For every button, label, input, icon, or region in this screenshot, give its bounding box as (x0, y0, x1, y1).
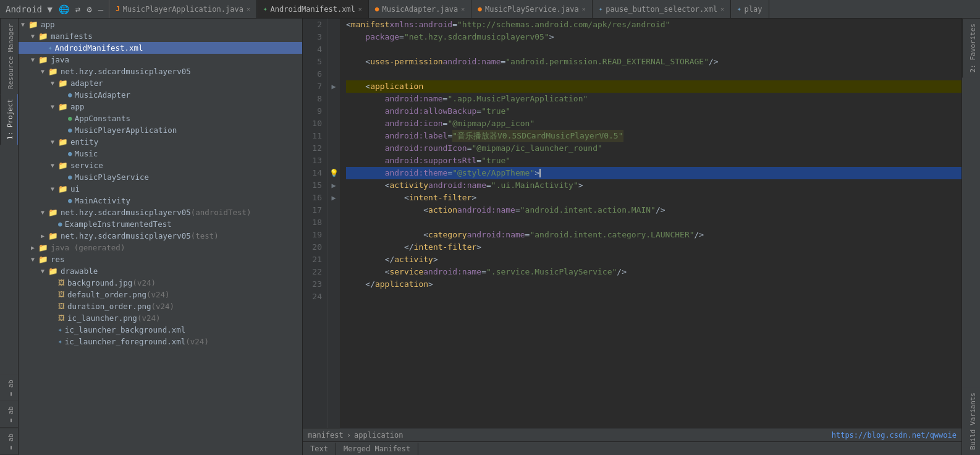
code-line-22: <service android:name=".service.MusicPla… (346, 266, 961, 278)
code-line-2: <manifest xmlns:android="http://schemas.… (346, 19, 961, 31)
code-line-21: </activity> (346, 253, 961, 266)
tab-label: play (745, 5, 762, 14)
tree-item-background[interactable]: 🖼 background.jpg (v24) (19, 277, 302, 289)
code-lines[interactable]: <manifest xmlns:android="http://schemas.… (340, 19, 961, 428)
project-tab[interactable]: 1: Project (0, 94, 18, 145)
favorites-tab[interactable]: 2: Favorites (962, 19, 980, 77)
tree-item-res[interactable]: ▼ 📁 res (19, 253, 302, 265)
tree-label-extra: (v24) (132, 278, 156, 287)
tab-label: MusicAdapter.java (382, 5, 458, 14)
tree-item-drawable[interactable]: ▼ 📁 drawable (19, 265, 302, 277)
tab-close-btn[interactable]: ✕ (358, 6, 362, 12)
tab-adapter[interactable]: ● MusicAdapter.java ✕ (369, 0, 471, 18)
bottom-tab-merged[interactable]: Merged Manifest (336, 443, 418, 455)
code-line-19: <category android:name="android.intent.c… (346, 229, 961, 241)
tree-item-music-adapter[interactable]: ● MusicAdapter (19, 89, 302, 101)
tab-close-btn[interactable]: ✕ (582, 6, 586, 12)
tree-item-app[interactable]: ▼ 📁 app (19, 19, 302, 30)
tree-item-adapter-folder[interactable]: ▼ 📁 adapter (19, 77, 302, 89)
tree-item-ic-launcher-bg[interactable]: ✦ ic_launcher_background.xml (19, 324, 302, 336)
code-line-3: package="net.hzy.sdcardmusicplayerv05"> (346, 31, 961, 43)
tree-item-example-test[interactable]: ● ExampleInstrumentedTest (19, 218, 302, 230)
folder-icon: 📁 (48, 67, 58, 76)
tree-item-duration-order[interactable]: 🖼 duration_order.png (v24) (19, 300, 302, 312)
tree-item-music-player-app[interactable]: ● MusicPlayerApplication (19, 124, 302, 136)
code-line-10: android:icon="@mipmap/app_icon" (346, 117, 961, 130)
code-line-14: android:theme="@style/AppTheme"> (346, 167, 961, 179)
code-line-8: android:name=".app.MusicPlayerApplicatio… (346, 93, 961, 105)
tree-item-app-constants[interactable]: ● AppConstants (19, 113, 302, 124)
java-class-icon: ● (68, 91, 72, 99)
tab-close-btn[interactable]: ✕ (247, 6, 250, 12)
globe-icon[interactable]: 🌐 (57, 3, 71, 15)
tree-item-manifest-file[interactable]: ✦ AndroidManifest.xml (19, 42, 302, 54)
tab-selector[interactable]: ✦ pause_button_selector.xml ✕ (593, 0, 731, 18)
tree-item-ui-folder[interactable]: ▼ 📁 ui (19, 183, 302, 195)
code-line-11: android:label="音乐播放器V0.5SDCardMusicPlaye… (346, 130, 961, 142)
tab-application[interactable]: J MusicPlayerApplication.java ✕ (109, 0, 257, 18)
tree-item-ic-launcher-fg[interactable]: ✦ ic_launcher_foreground.xml (v24) (19, 336, 302, 347)
java-class-icon: ● (68, 197, 72, 205)
tab-manifest[interactable]: ✦ AndroidManifest.xml ✕ (257, 0, 369, 18)
tree-item-default-order[interactable]: 🖼 default_order.png (v24) (19, 289, 302, 300)
tree-label: duration_order.png (67, 302, 151, 311)
tree-item-service-folder[interactable]: ▼ 📁 service (19, 159, 302, 171)
tree-label: net.hzy.sdcardmusicplayerv05 (61, 231, 191, 240)
build-variants-tab[interactable]: Build Variants (962, 388, 980, 455)
xml-file-icon: ✦ (58, 338, 62, 346)
tree-label: MusicPlayerApplication (75, 125, 177, 135)
tree-item-java-generated[interactable]: ▶ 📁 java (generated) (19, 242, 302, 253)
code-line-15: <activity android:name=".ui.MainActivity… (346, 179, 961, 192)
tree-item-entity-folder[interactable]: ▼ 📁 entity (19, 136, 302, 148)
tab-close-btn[interactable]: ✕ (720, 6, 724, 12)
tree-label: ic_launcher_foreground.xml (65, 337, 186, 346)
tree-label: MusicAdapter (75, 90, 130, 100)
folder-icon: 📁 (58, 161, 68, 170)
bottom-tab-text[interactable]: Text (303, 443, 336, 455)
tree-label-extra: (v24) (151, 302, 174, 311)
tree-label: service (70, 161, 103, 170)
tab-label: pause_button_selector.xml (606, 5, 717, 14)
folder-icon: 📁 (58, 102, 68, 111)
android-dropdown[interactable]: Android ▼ (4, 3, 54, 15)
dash-icon[interactable]: — (96, 3, 105, 15)
tree-label: java (generated) (51, 243, 125, 252)
structure-tab3[interactable]: = ab (0, 428, 18, 456)
left-side-panel: Resource Manager 1: Project = ab = ab = … (0, 19, 19, 455)
line-numbers: 2 3 4 5 6 7 8 9 10 11 12 13 14 15 16 17 … (303, 19, 327, 428)
tree-item-music-play-service[interactable]: ● MusicPlayService (19, 171, 302, 183)
code-line-12: android:roundIcon="@mipmap/ic_launcher_r… (346, 142, 961, 155)
main-area: Resource Manager 1: Project = ab = ab = … (0, 19, 980, 455)
tab-service[interactable]: ● MusicPlayService.java ✕ (471, 0, 592, 18)
structure-tab2[interactable]: = ab (0, 401, 18, 428)
tree-item-pkg-main[interactable]: ▼ 📁 net.hzy.sdcardmusicplayerv05 (19, 66, 302, 77)
tree-item-test-pkg[interactable]: ▶ 📁 net.hzy.sdcardmusicplayerv05 (test) (19, 230, 302, 242)
sync-icon[interactable]: ⇄ (74, 3, 82, 15)
structure-tab[interactable]: = ab (0, 375, 18, 402)
java-class-icon: ● (68, 126, 72, 134)
breadcrumb-item-1: manifest (308, 431, 344, 440)
tree-item-ic-launcher[interactable]: 🖼 ic_launcher.png (v24) (19, 312, 302, 324)
image-icon: 🖼 (58, 302, 65, 310)
resource-manager-tab[interactable]: Resource Manager (0, 19, 18, 94)
tree-label: entity (70, 137, 98, 147)
tree-item-android-test-pkg[interactable]: ▼ 📁 net.hzy.sdcardmusicplayerv05 (androi… (19, 206, 302, 218)
tab-play[interactable]: ✦ play (731, 0, 769, 18)
tree-label: ic_launcher.png (67, 313, 137, 323)
java-class-icon: ● (68, 173, 72, 181)
tree-item-main-activity[interactable]: ● MainActivity (19, 195, 302, 206)
settings-icon[interactable]: ⚙ (85, 3, 93, 15)
editor-tabs: J MusicPlayerApplication.java ✕ ✦ Androi… (109, 0, 769, 18)
java-class-icon: ● (68, 150, 72, 158)
bulb-icon[interactable]: 💡 (327, 167, 340, 179)
xml-file-icon: ✦ (48, 44, 53, 52)
tab-close-btn[interactable]: ✕ (461, 6, 465, 12)
tree-item-app-folder[interactable]: ▼ 📁 app (19, 101, 302, 113)
breadcrumb: manifest › application (308, 431, 403, 440)
tree-item-java[interactable]: ▼ 📁 java (19, 54, 302, 66)
java-icon: ● (375, 5, 379, 13)
tree-item-manifests[interactable]: ▼ 📁 manifests (19, 30, 302, 42)
tree-label: net.hzy.sdcardmusicplayerv05 (61, 208, 191, 217)
code-editor[interactable]: 2 3 4 5 6 7 8 9 10 11 12 13 14 15 16 17 … (303, 19, 961, 455)
tree-item-music[interactable]: ● Music (19, 148, 302, 159)
